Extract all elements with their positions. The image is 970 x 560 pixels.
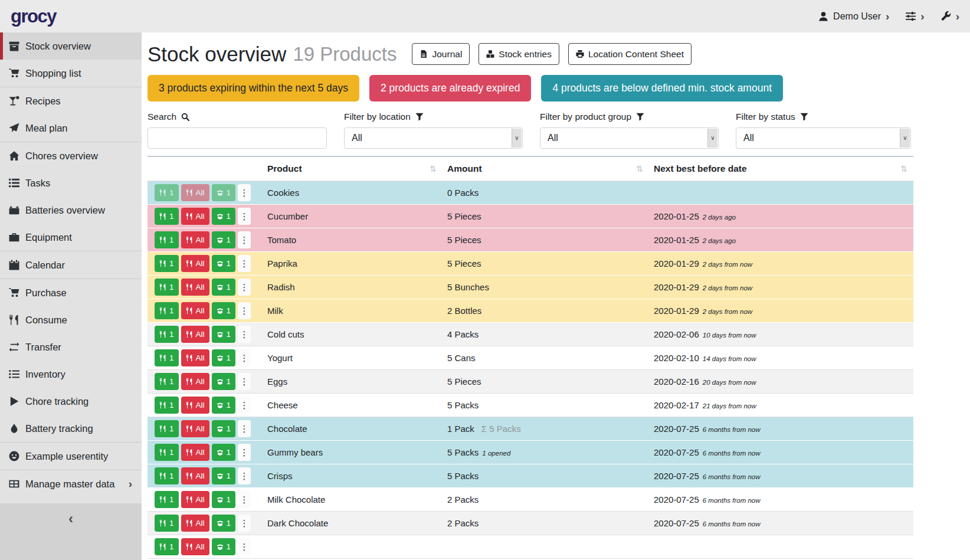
consume-all-button[interactable]: All — [181, 538, 209, 555]
sidebar-item-purchase[interactable]: Purchase — [0, 279, 142, 306]
settings-menu[interactable]: › — [906, 11, 924, 22]
sidebar-item-inventory[interactable]: Inventory — [0, 361, 142, 388]
sort-icon[interactable]: ⇅ — [900, 164, 907, 173]
row-menu-button[interactable]: ⋮ — [238, 538, 251, 555]
column-header-amount[interactable]: Amount ⇅ — [443, 156, 649, 181]
consume-one-button[interactable]: 1 — [155, 467, 179, 484]
consume-one-button[interactable]: 1 — [155, 373, 179, 390]
consume-all-button[interactable]: All — [181, 515, 209, 532]
sidebar-item-chores-overview[interactable]: Chores overview — [0, 142, 142, 169]
consume-all-button[interactable]: All — [181, 302, 209, 319]
sidebar-item-meal-plan[interactable]: Meal plan — [0, 114, 142, 142]
sidebar-item-recipes[interactable]: Recipes — [0, 87, 142, 114]
expiring-alert[interactable]: 3 products expiring within the next 5 da… — [148, 75, 359, 101]
stock-entries-button[interactable]: Stock entries — [479, 43, 559, 65]
consume-one-button[interactable]: 1 — [155, 326, 179, 343]
sidebar-collapse-button[interactable]: ‹ — [0, 503, 142, 560]
consume-one-button[interactable]: 1 — [155, 349, 179, 366]
row-menu-button[interactable]: ⋮ — [238, 420, 251, 437]
row-menu-button[interactable]: ⋮ — [238, 326, 251, 343]
consume-one-button[interactable]: 1 — [155, 538, 179, 555]
filter-by-status-select[interactable]: All∨ — [736, 127, 911, 149]
row-menu-button[interactable]: ⋮ — [238, 208, 251, 225]
row-menu-button[interactable]: ⋮ — [238, 279, 251, 296]
consume-one-button[interactable]: 1 — [155, 208, 179, 225]
open-one-button[interactable]: 1 — [212, 467, 236, 484]
consume-one-button[interactable]: 1 — [155, 444, 179, 461]
open-one-button[interactable]: 1 — [212, 184, 236, 201]
sidebar-item-tasks[interactable]: Tasks — [0, 169, 142, 197]
row-menu-button[interactable]: ⋮ — [238, 184, 251, 201]
consume-one-button[interactable]: 1 — [155, 302, 179, 319]
expired-alert[interactable]: 2 products are already expired — [369, 75, 531, 101]
filter-by-location-select[interactable]: All∨ — [344, 127, 523, 149]
column-header-product[interactable]: Product ⇅ — [263, 156, 443, 181]
consume-all-button[interactable]: All — [181, 420, 209, 437]
row-menu-button[interactable]: ⋮ — [238, 467, 251, 484]
open-one-button[interactable]: 1 — [212, 373, 236, 390]
sidebar-item-equipment[interactable]: Equipment — [0, 224, 142, 251]
user-menu[interactable]: Demo User › — [818, 11, 889, 22]
open-one-button[interactable]: 1 — [212, 208, 236, 225]
consume-all-button[interactable]: All — [181, 467, 209, 484]
belowmin-alert[interactable]: 4 products are below defined min. stock … — [541, 75, 783, 101]
open-one-button[interactable]: 1 — [212, 515, 236, 532]
sidebar-item-example-userentity[interactable]: Example userentity — [0, 443, 142, 470]
open-one-button[interactable]: 1 — [212, 491, 236, 508]
consume-one-button[interactable]: 1 — [155, 255, 179, 272]
consume-one-button[interactable]: 1 — [155, 279, 179, 296]
sidebar-item-battery-tracking[interactable]: Battery tracking — [0, 415, 142, 442]
column-header-next-best-before-date[interactable]: Next best before date ⇅ — [649, 156, 913, 181]
sidebar-item-shopping-list[interactable]: Shopping list — [0, 60, 142, 87]
open-one-button[interactable]: 1 — [212, 255, 236, 272]
consume-all-button[interactable]: All — [181, 491, 209, 508]
sort-icon[interactable]: ⇅ — [636, 164, 643, 173]
sidebar-item-consume[interactable]: Consume — [0, 306, 142, 333]
consume-one-button[interactable]: 1 — [155, 231, 179, 248]
open-one-button[interactable]: 1 — [212, 231, 236, 248]
sidebar-item-stock-overview[interactable]: Stock overview — [0, 32, 142, 60]
open-one-button[interactable]: 1 — [212, 326, 236, 343]
consume-all-button[interactable]: All — [181, 279, 209, 296]
sidebar-item-batteries-overview[interactable]: Batteries overview — [0, 197, 142, 224]
open-one-button[interactable]: 1 — [212, 538, 236, 555]
sidebar-item-calendar[interactable]: Calendar — [0, 251, 142, 279]
sidebar-item-chore-tracking[interactable]: Chore tracking — [0, 388, 142, 415]
row-menu-button[interactable]: ⋮ — [238, 397, 251, 414]
consume-all-button[interactable]: All — [181, 349, 209, 366]
consume-one-button[interactable]: 1 — [155, 184, 179, 201]
consume-all-button[interactable]: All — [181, 208, 209, 225]
row-menu-button[interactable]: ⋮ — [238, 444, 251, 461]
consume-all-button[interactable]: All — [181, 444, 209, 461]
admin-menu[interactable]: › — [941, 11, 959, 22]
open-one-button[interactable]: 1 — [212, 349, 236, 366]
row-menu-button[interactable]: ⋮ — [238, 231, 251, 248]
consume-all-button[interactable]: All — [181, 255, 209, 272]
sort-icon[interactable]: ⇅ — [430, 164, 437, 173]
consume-all-button[interactable]: All — [181, 373, 209, 390]
journal-button[interactable]: Journal — [412, 43, 470, 65]
consume-all-button[interactable]: All — [181, 326, 209, 343]
search-input[interactable] — [148, 127, 327, 149]
row-menu-button[interactable]: ⋮ — [238, 373, 251, 390]
row-menu-button[interactable]: ⋮ — [238, 255, 251, 272]
filter-by-product-group-select[interactable]: All∨ — [540, 127, 719, 149]
open-one-button[interactable]: 1 — [212, 279, 236, 296]
row-menu-button[interactable]: ⋮ — [238, 491, 251, 508]
open-one-button[interactable]: 1 — [212, 444, 236, 461]
consume-all-button[interactable]: All — [181, 184, 209, 201]
consume-one-button[interactable]: 1 — [155, 515, 179, 532]
open-one-button[interactable]: 1 — [212, 302, 236, 319]
location-content-sheet-button[interactable]: Location Content Sheet — [568, 43, 692, 65]
consume-one-button[interactable]: 1 — [155, 397, 179, 414]
open-one-button[interactable]: 1 — [212, 420, 236, 437]
consume-all-button[interactable]: All — [181, 231, 209, 248]
consume-one-button[interactable]: 1 — [155, 491, 179, 508]
row-menu-button[interactable]: ⋮ — [238, 302, 251, 319]
row-menu-button[interactable]: ⋮ — [238, 349, 251, 366]
consume-one-button[interactable]: 1 — [155, 420, 179, 437]
consume-all-button[interactable]: All — [181, 397, 209, 414]
open-one-button[interactable]: 1 — [212, 397, 236, 414]
sidebar-item-manage-master-data[interactable]: Manage master data› — [0, 470, 142, 497]
row-menu-button[interactable]: ⋮ — [238, 515, 251, 532]
